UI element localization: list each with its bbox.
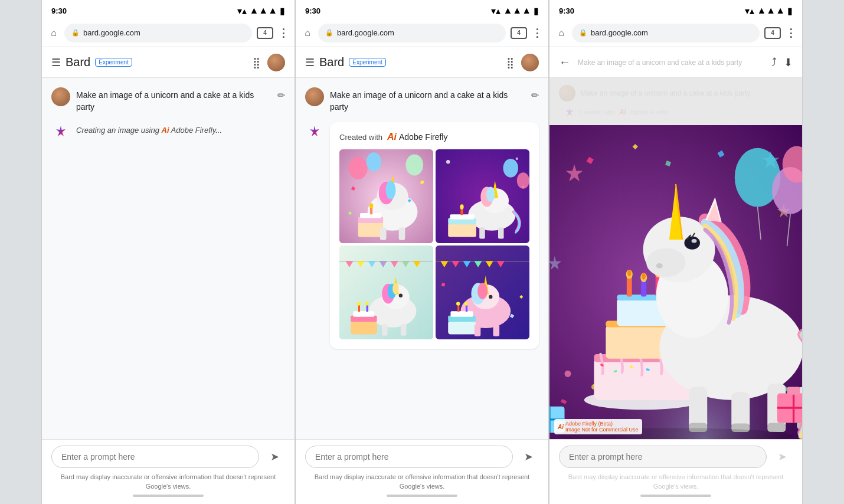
bard-icon-2: [305, 122, 324, 141]
home-indicator-3: [559, 491, 793, 499]
svg-rect-150: [787, 387, 800, 395]
adobe-badge-logo: Ai: [558, 424, 564, 430]
user-message-text-2: Make an image of a unicorn and a cake at…: [330, 87, 525, 113]
svg-point-30: [486, 187, 495, 202]
svg-rect-14: [380, 228, 387, 240]
apps-grid-icon-1[interactable]: ⣿: [253, 56, 260, 69]
lock-icon: 🔒: [71, 29, 80, 37]
svg-rect-77: [448, 320, 476, 334]
svg-rect-15: [399, 228, 405, 240]
wifi-icon-3: ▾▴: [745, 5, 754, 17]
signal-icon-3: ▲▲▲: [757, 5, 785, 16]
url-text-3: bard.google.com: [591, 28, 648, 37]
svg-rect-145: [767, 423, 786, 432]
faded-prompt-text: Make an image of a unicorn and a cake at…: [580, 89, 750, 97]
lock-icon-3: 🔒: [579, 29, 587, 37]
app-header-left-1: ☰ Bard Experiment: [51, 55, 132, 69]
faded-adobe-firefly-text: Adobe Firefly: [630, 109, 668, 116]
browser-bar-2: ⌂ 🔒 bard.google.com 4 ⋮: [296, 19, 548, 47]
faded-adobe-a: Ai: [619, 108, 626, 116]
svg-rect-56: [353, 311, 374, 317]
user-message-1: Make an image of a unicorn and a cake at…: [51, 87, 285, 113]
browser-tabs-button-2[interactable]: 4: [511, 27, 527, 39]
send-button-2[interactable]: ➤: [518, 446, 539, 467]
svg-point-53: [399, 294, 403, 297]
browser-url-bar-3[interactable]: 🔒 bard.google.com: [572, 24, 760, 42]
download-button[interactable]: ⬇: [784, 56, 793, 69]
prompt-row-1: ➤: [51, 446, 285, 468]
svg-point-13: [369, 203, 373, 208]
share-button[interactable]: ⤴: [771, 56, 777, 68]
expanded-image-main[interactable]: Ai Adobe Firefly (Beta) Image Not for Co…: [549, 125, 802, 439]
image-grid-cell-2[interactable]: [436, 149, 529, 243]
image-grid-cell-1[interactable]: [339, 149, 433, 243]
status-time-2: 9:30: [305, 6, 320, 15]
image-grid-cell-4[interactable]: [436, 246, 529, 339]
image-grid-cell-3[interactable]: [339, 246, 433, 339]
svg-rect-9: [358, 221, 383, 237]
bard-response-grid: Created with Ai Adobe Firefly: [305, 122, 539, 349]
expanded-faded-section: Make an image of a unicorn and a cake at…: [549, 78, 802, 125]
hamburger-icon-1[interactable]: ☰: [51, 56, 61, 69]
avatar-2[interactable]: [521, 54, 539, 71]
svg-point-59: [357, 302, 361, 306]
browser-menu-button-1[interactable]: ⋮: [278, 27, 289, 40]
disclaimer-2: Bard may display inaccurate or offensive…: [305, 473, 539, 491]
back-button[interactable]: ←: [559, 55, 571, 69]
user-avatar-2: [305, 87, 324, 106]
apps-grid-icon-2[interactable]: ⣿: [506, 56, 514, 69]
experiment-badge-2: Experiment: [349, 58, 386, 67]
browser-bar-1: ⌂ 🔒 bard.google.com 4 ⋮: [42, 19, 295, 47]
send-button-1[interactable]: ➤: [264, 446, 285, 467]
creating-text-1: Creating an image using Ai Adobe Firefly…: [76, 122, 222, 135]
status-bar-2: 9:30 ▾▴ ▲▲▲ ▮: [296, 0, 548, 19]
browser-tabs-button-3[interactable]: 4: [764, 27, 781, 39]
avatar-1[interactable]: [267, 54, 285, 71]
user-avatar-1: [51, 87, 70, 106]
browser-menu-button-3[interactable]: ⋮: [786, 27, 796, 40]
user-message-2: Make an image of a unicorn and a cake at…: [305, 87, 539, 113]
prompt-input-1[interactable]: [51, 446, 259, 468]
browser-tabs-button-1[interactable]: 4: [257, 27, 273, 39]
prompt-input-2[interactable]: [305, 446, 513, 468]
browser-home-button-3[interactable]: ⌂: [555, 27, 567, 39]
expanded-unicorn-svg: [549, 125, 802, 439]
svg-point-131: [684, 236, 700, 249]
expanded-header: ← Make an image of a unicorn and cake at…: [549, 47, 802, 78]
edit-icon-2[interactable]: ✏: [531, 87, 539, 101]
home-bar-1: [133, 495, 204, 497]
browser-menu-button-2[interactable]: ⋮: [532, 27, 542, 40]
url-text-1: bard.google.com: [83, 28, 140, 37]
browser-url-bar-2[interactable]: 🔒 bard.google.com: [318, 24, 506, 42]
experiment-badge-1: Experiment: [95, 58, 132, 67]
created-card: Created with Ai Adobe Firefly: [330, 122, 539, 349]
bard-icon-1: [51, 122, 70, 141]
faded-avatar: [559, 85, 575, 102]
adobe-logo-row: Ai Adobe Firefly: [387, 132, 447, 142]
unicorn-image-1: [339, 149, 433, 243]
browser-url-bar-1[interactable]: 🔒 bard.google.com: [64, 24, 252, 42]
svg-point-76: [489, 295, 492, 299]
svg-point-22: [516, 158, 518, 160]
created-with-text: Created with: [339, 133, 382, 142]
image-grid: [339, 149, 529, 339]
browser-home-button-2[interactable]: ⌂: [302, 27, 313, 39]
svg-point-1: [349, 157, 368, 179]
faded-header-text: Make an image of a unicorn and cake at a…: [578, 58, 757, 67]
app-header-right-2: ⣿: [506, 54, 539, 71]
status-icons-2: ▾▴ ▲▲▲ ▮: [491, 5, 539, 17]
bottom-area-1: ➤ Bard may display inaccurate or offensi…: [42, 439, 295, 504]
app-header-left-2: ☰ Bard Experiment: [305, 55, 386, 69]
edit-icon-1[interactable]: ✏: [277, 87, 285, 101]
hamburger-icon-2[interactable]: ☰: [305, 56, 315, 69]
svg-rect-61: [382, 325, 388, 336]
svg-point-130: [656, 263, 663, 269]
faded-bard-star: [564, 106, 575, 118]
battery-icon: ▮: [280, 5, 285, 17]
app-header-right-1: ⣿: [253, 54, 285, 71]
svg-point-24: [503, 159, 518, 178]
svg-point-2: [367, 152, 381, 171]
svg-point-75: [477, 283, 488, 300]
browser-home-button[interactable]: ⌂: [48, 27, 60, 39]
svg-rect-84: [475, 325, 481, 336]
